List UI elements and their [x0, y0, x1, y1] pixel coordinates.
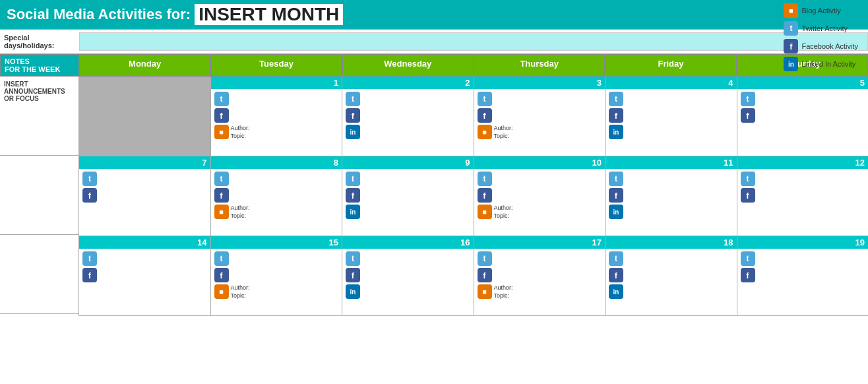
- calendar-grid: INSERT ANNOUNCEMENTS OR FOCUS 1 t f ■: [0, 77, 868, 316]
- twitter-day7[interactable]: t: [82, 172, 97, 186]
- day-num-11: 11: [605, 156, 737, 169]
- day-cell-18: 18 t f in: [605, 236, 737, 315]
- legend-blog-label: Blog Activtiy: [801, 7, 840, 15]
- facebook-day14[interactable]: f: [82, 268, 97, 282]
- linkedin-day18[interactable]: in: [609, 284, 623, 299]
- legend-facebook: f Facebook Activity: [784, 39, 858, 53]
- rss-day3[interactable]: ■: [478, 125, 492, 139]
- wednesday-header: Wednesday: [342, 54, 474, 77]
- special-days-input[interactable]: [79, 32, 868, 51]
- facebook-icon: f: [784, 39, 798, 53]
- facebook-day3[interactable]: f: [478, 108, 492, 123]
- thursday-header: Thursday: [474, 54, 605, 77]
- day-cell-19: 19 t f: [737, 236, 869, 315]
- twitter-day10[interactable]: t: [478, 172, 492, 186]
- blog-text-day17[interactable]: Author:Topic:: [494, 284, 513, 300]
- day-num-14: 14: [79, 236, 210, 249]
- facebook-day17[interactable]: f: [478, 268, 492, 282]
- facebook-day1[interactable]: f: [214, 108, 229, 123]
- linkedin-day11[interactable]: in: [609, 205, 623, 219]
- twitter-day12[interactable]: t: [741, 172, 755, 186]
- day-num-9: 9: [342, 156, 474, 169]
- linkedin-day2[interactable]: in: [346, 125, 360, 139]
- day-cell-4: 4 t f in: [605, 77, 737, 156]
- twitter-day1[interactable]: t: [214, 92, 229, 106]
- week-row-2: 7 t f 8 t f ■ Author:Topic:: [79, 156, 868, 236]
- twitter-day17[interactable]: t: [478, 251, 492, 266]
- facebook-day18[interactable]: f: [609, 268, 623, 282]
- day-cell-5: 5 t f: [737, 77, 869, 156]
- legend-twitter: t Twitter Activity: [784, 21, 858, 36]
- days-grid: 1 t f ■ Author:Topic: 2 t f: [79, 77, 868, 316]
- day-cell-16: 16 t f in: [342, 236, 474, 315]
- day-cell-15: 15 t f ■ Author:Topic:: [211, 236, 343, 315]
- facebook-day16[interactable]: f: [346, 268, 360, 282]
- legend-linkedin-label: Linked In Activity: [801, 60, 855, 68]
- day-num-4: 4: [605, 77, 737, 89]
- day-cell-empty: [79, 77, 211, 156]
- day-cell-12: 12 t f: [737, 156, 869, 236]
- linkedin-day4[interactable]: in: [609, 125, 623, 139]
- notes-column-header: NOTES FOR THE WEEK: [0, 54, 79, 77]
- legend-linkedin: in Linked In Activity: [784, 57, 858, 71]
- blog-text-day15[interactable]: Author:Topic:: [231, 284, 250, 300]
- twitter-day11[interactable]: t: [609, 172, 623, 186]
- facebook-day12[interactable]: f: [741, 188, 755, 203]
- facebook-day19[interactable]: f: [741, 268, 755, 282]
- week-row-3: 14 t f 15 t f ■ Author:Topic:: [79, 236, 868, 316]
- notes-week-3[interactable]: [0, 235, 78, 314]
- rss-day8[interactable]: ■: [214, 205, 229, 219]
- day-num-15: 15: [211, 236, 342, 249]
- rss-icon: ■: [784, 3, 798, 18]
- twitter-day2[interactable]: t: [346, 92, 360, 106]
- special-days-row: Special days/holidays:: [0, 29, 868, 54]
- facebook-day15[interactable]: f: [214, 268, 229, 282]
- header-static-label: Social Media Activities for:: [7, 6, 191, 23]
- friday-header: Friday: [605, 54, 736, 77]
- twitter-day8[interactable]: t: [214, 172, 229, 186]
- facebook-day2[interactable]: f: [346, 108, 360, 123]
- day-cell-10: 10 t f ■ Author:Topic:: [474, 156, 606, 236]
- page-header: Social Media Activities for: INSERT MONT…: [0, 0, 868, 29]
- day-num-12: 12: [737, 156, 869, 169]
- twitter-day19[interactable]: t: [741, 251, 755, 266]
- header-month[interactable]: INSERT MONTH: [195, 4, 343, 25]
- facebook-day11[interactable]: f: [609, 188, 623, 203]
- day-cell-2: 2 t f in: [342, 77, 474, 156]
- day-cell-11: 11 t f in: [605, 156, 737, 236]
- facebook-day9[interactable]: f: [346, 188, 360, 203]
- linkedin-day9[interactable]: in: [346, 205, 360, 219]
- blog-text-day10[interactable]: Author:Topic:: [494, 205, 513, 220]
- notes-week-1[interactable]: INSERT ANNOUNCEMENTS OR FOCUS: [0, 77, 78, 156]
- facebook-day5[interactable]: f: [741, 108, 755, 123]
- week-row-1: 1 t f ■ Author:Topic: 2 t f: [79, 77, 868, 156]
- twitter-day5[interactable]: t: [741, 92, 755, 106]
- day-cell-1: 1 t f ■ Author:Topic:: [211, 77, 343, 156]
- twitter-day18[interactable]: t: [609, 251, 623, 266]
- twitter-day4[interactable]: t: [609, 92, 623, 106]
- rss-day15[interactable]: ■: [214, 284, 229, 299]
- rss-day10[interactable]: ■: [478, 205, 492, 219]
- facebook-day10[interactable]: f: [478, 188, 492, 203]
- blog-text-day3[interactable]: Author:Topic:: [494, 125, 513, 140]
- notes-week-2[interactable]: [0, 156, 78, 235]
- twitter-day16[interactable]: t: [346, 251, 360, 266]
- blog-text-day8[interactable]: Author:Topic:: [231, 205, 250, 220]
- legend: ■ Blog Activtiy t Twitter Activity f Fac…: [784, 3, 858, 71]
- day-num-3: 3: [474, 77, 605, 89]
- linkedin-day16[interactable]: in: [346, 284, 360, 299]
- blog-text-day1[interactable]: Author:Topic:: [231, 125, 250, 140]
- twitter-day3[interactable]: t: [478, 92, 492, 106]
- twitter-day14[interactable]: t: [82, 251, 97, 266]
- twitter-day9[interactable]: t: [346, 172, 360, 186]
- day-num-5: 5: [737, 77, 869, 89]
- facebook-day7[interactable]: f: [82, 188, 97, 203]
- rss-day1[interactable]: ■: [214, 125, 229, 139]
- day-cell-8: 8 t f ■ Author:Topic:: [211, 156, 343, 236]
- day-num-7: 7: [79, 156, 210, 169]
- twitter-day15[interactable]: t: [214, 251, 229, 266]
- facebook-day8[interactable]: f: [214, 188, 229, 203]
- facebook-day4[interactable]: f: [609, 108, 623, 123]
- rss-day17[interactable]: ■: [478, 284, 492, 299]
- twitter-icon: t: [784, 21, 798, 36]
